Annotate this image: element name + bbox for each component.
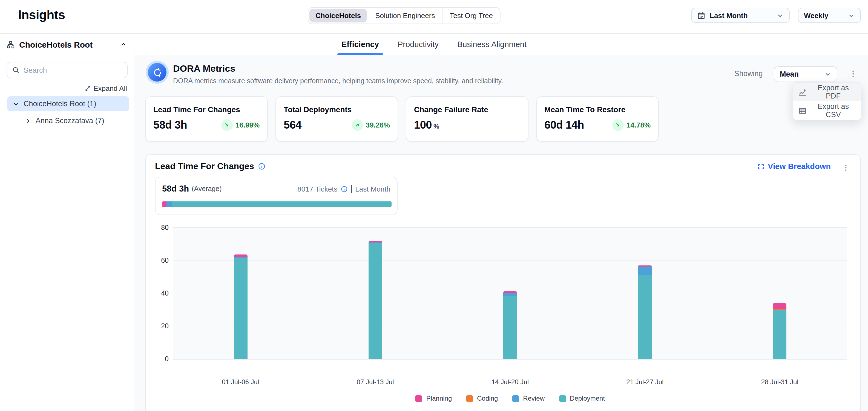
showing-dropdown[interactable]: Mean [774,66,837,82]
legend-label: Deployment [570,395,605,402]
search-input[interactable] [24,66,122,74]
bar-segment-review[interactable] [638,267,652,275]
calendar-icon [697,11,705,20]
bar-segment-review[interactable] [503,293,517,296]
lead-time-card: Lead Time For Changes View Breakdown [145,154,861,411]
period-label: Last Month [355,185,391,193]
trend-value: 14.78% [626,121,651,129]
stacked-bar[interactable] [773,304,787,359]
sidebar-collapse-button[interactable] [120,41,127,48]
gridline [173,227,847,228]
dora-metrics-subtitle: DORA metrics measure software delivery p… [173,77,503,85]
average-value: 58d 3h [162,184,189,194]
x-tick-label: 07 Jul-13 Jul [337,378,414,386]
tree-item-label: Anna Scozzafava (7) [36,116,104,125]
page-title: Insights [18,8,65,23]
view-breakdown-button[interactable]: View Breakdown [757,162,831,171]
top-bar: Insights ChoiceHotels Solution Engineers… [0,0,868,34]
tab-productivity[interactable]: Productivity [397,34,440,55]
trend-down-icon [612,119,624,131]
legend-swatch [466,395,473,402]
tree-item-choicehotels-root[interactable]: ChoiceHotels Root (1) [7,96,129,111]
stat-title: Lead Time For Changes [153,105,259,114]
app-window: Insights ChoiceHotels Solution Engineers… [0,0,868,411]
lead-time-chart: 020406080 01 Jul-06 Jul07 Jul-13 Jul14 J… [146,220,860,411]
stat-value: 60d 14h [544,119,584,131]
gridline [173,260,847,261]
bar-segment-deployment[interactable] [638,275,652,359]
export-csv-label: Export as CSV [811,102,856,119]
legend-item-planning[interactable]: Planning [415,395,452,402]
granularity-dropdown[interactable]: Weekly [798,8,861,23]
table-icon [799,106,807,115]
expand-icon [85,85,91,92]
stat-card-change-failure-rate[interactable]: Change Failure Rate 100% [406,96,528,142]
lead-time-kebab-menu-button[interactable] [838,160,852,175]
legend-swatch [559,395,566,402]
y-tick-label: 0 [150,355,169,363]
divider [351,185,352,193]
chevron-right-icon [25,117,31,124]
export-csv-item[interactable]: Export as CSV [793,101,861,120]
stacked-bar[interactable] [638,266,652,359]
stat-value: 564 [284,119,302,131]
bar-segment-deployment[interactable] [773,310,787,359]
expand-all-label: Expand All [93,84,127,93]
stacked-bar[interactable] [503,291,517,359]
legend-item-deployment[interactable]: Deployment [559,395,605,402]
trend-badge: 14.78% [612,119,651,131]
org-chart-icon [7,40,15,48]
expand-corners-icon [757,163,765,170]
lead-time-title: Lead Time For Changes [155,162,254,171]
org-tab-test-org-tree[interactable]: Test Org Tree [442,8,500,24]
stat-card-total-deployments[interactable]: Total Deployments 564 39.26% [275,96,398,142]
chevron-down-icon [777,12,784,19]
legend-swatch [415,395,423,402]
granularity-value: Weekly [804,11,828,20]
legend-item-coding[interactable]: Coding [466,395,498,402]
dora-metrics-icon [146,61,169,84]
date-range-dropdown[interactable]: Last Month [691,8,790,23]
stat-value: 58d 3h [153,119,187,131]
bar-segment-planning[interactable] [234,254,247,257]
trend-down-icon [221,119,233,131]
trend-value: 39.26% [366,121,390,129]
expand-all-button[interactable]: Expand All [85,84,127,93]
date-range-value: Last Month [710,11,748,20]
bar-segment-planning[interactable] [503,291,517,293]
progress-segment-deployment [172,201,392,207]
tab-business-alignment[interactable]: Business Alignment [456,34,528,55]
info-icon[interactable] [258,163,266,170]
lead-time-header: Lead Time For Changes [155,162,266,171]
tree-item-anna-scozzafava[interactable]: Anna Scozzafava (7) [7,113,129,128]
bar-segment-deployment[interactable] [503,296,517,359]
tree-item-label: ChoiceHotels Root (1) [24,100,96,108]
trend-value: 16.99% [236,121,259,129]
dora-kebab-menu-button[interactable] [846,67,860,81]
dora-stat-cards: Lead Time For Changes 58d 3h 16.99% Tota… [145,96,659,142]
stacked-bar[interactable] [234,254,247,359]
sidebar-header: ChoiceHotels Root [0,34,134,55]
stat-title: Change Failure Rate [414,105,520,114]
x-tick-label: 14 Jul-20 Jul [472,378,549,386]
stacked-bar[interactable] [369,241,382,359]
average-suffix: (Average) [192,185,221,193]
x-tick-label: 21 Jul-27 Jul [607,378,683,386]
tab-efficiency[interactable]: Efficiency [340,34,380,55]
stat-card-lead-time[interactable]: Lead Time For Changes 58d 3h 16.99% [145,96,268,142]
org-tab-solution-engineers[interactable]: Solution Engineers [368,8,442,24]
legend-item-review[interactable]: Review [512,395,545,402]
bar-segment-deployment[interactable] [234,258,247,359]
bar-segment-deployment[interactable] [369,243,382,359]
export-pdf-label: Export as PDF [811,84,856,100]
bar-segment-planning[interactable] [773,304,787,309]
chevron-down-icon [848,12,855,19]
export-pdf-item[interactable]: Export as PDF [793,83,861,101]
info-icon[interactable] [341,185,348,192]
org-tab-choicehotels[interactable]: ChoiceHotels [309,9,367,23]
stat-card-mean-time-to-restore[interactable]: Mean Time To Restore 60d 14h 14.78% [536,96,659,142]
trend-up-icon [351,119,363,131]
legend-swatch [512,395,519,402]
trend-badge: 39.26% [351,119,390,131]
tickets-count: 8017 Tickets [298,185,337,193]
